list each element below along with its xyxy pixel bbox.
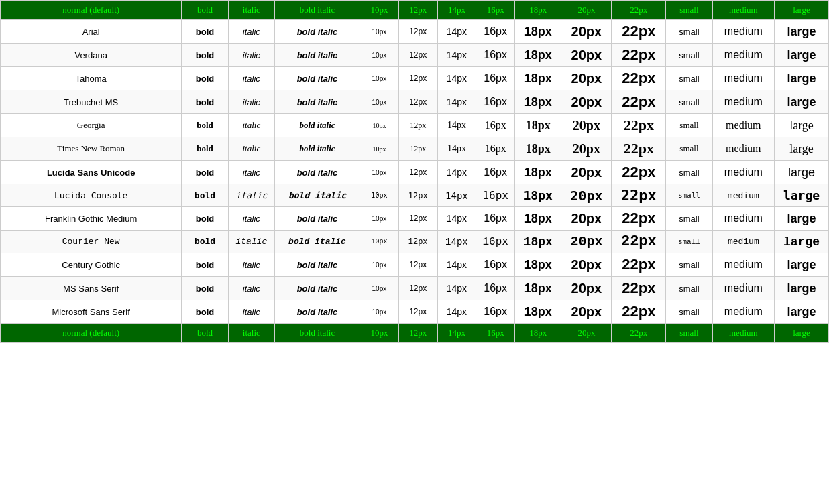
font-14px-cell: 14px: [437, 137, 476, 161]
font-small-cell: small: [666, 300, 712, 324]
font-10px-cell: 10px: [360, 184, 399, 207]
header-10px: 10px: [360, 1, 399, 20]
font-14px-cell: 14px: [437, 231, 476, 253]
table-header: normal (default) bold italic bold italic…: [1, 1, 829, 20]
font-10px-cell: 10px: [360, 44, 399, 67]
font-italic-cell: italic: [228, 44, 274, 67]
font-14px-cell: 14px: [437, 161, 476, 184]
header-medium: medium: [712, 1, 774, 20]
font-10px-cell: 10px: [360, 300, 399, 324]
font-name-cell: Trebuchet MS: [1, 90, 182, 114]
font-italic-cell: italic: [228, 137, 274, 161]
font-18px-cell: 18px: [515, 114, 561, 137]
font-medium-cell: medium: [712, 161, 774, 184]
font-12px-cell: 12px: [398, 184, 437, 207]
footer-bolditalic: bold italic: [274, 324, 360, 343]
footer-12px: 12px: [398, 324, 437, 343]
footer-10px: 10px: [360, 324, 399, 343]
font-name-cell: Century Gothic: [1, 253, 182, 277]
font-large-cell: large: [775, 20, 829, 44]
footer-italic: italic: [228, 324, 274, 343]
font-22px-cell: 22px: [612, 161, 666, 184]
font-12px-cell: 12px: [398, 44, 437, 67]
font-12px-cell: 12px: [398, 20, 437, 44]
table-footer: normal (default) bold italic bold italic…: [1, 324, 829, 343]
font-medium-cell: medium: [712, 90, 774, 114]
font-bold-cell: bold: [182, 161, 228, 184]
font-name-cell: Georgia: [1, 114, 182, 137]
font-10px-cell: 10px: [360, 161, 399, 184]
font-20px-cell: 20px: [561, 137, 612, 161]
font-italic-cell: italic: [228, 67, 274, 90]
table-row: Times New Roman bold italic bold italic …: [1, 137, 829, 161]
font-20px-cell: 20px: [561, 90, 612, 114]
font-bold-cell: bold: [182, 90, 228, 114]
font-large-cell: large: [775, 161, 829, 184]
font-16px-cell: 16px: [476, 161, 515, 184]
font-20px-cell: 20px: [561, 114, 612, 137]
font-18px-cell: 18px: [515, 184, 561, 207]
table-row: Arial bold italic bold italic 10px 12px …: [1, 20, 829, 44]
font-16px-cell: 16px: [476, 67, 515, 90]
font-large-cell: large: [775, 300, 829, 324]
footer-18px: 18px: [515, 324, 561, 343]
font-bold-cell: bold: [182, 67, 228, 90]
font-small-cell: small: [666, 231, 712, 253]
font-bolditalic-cell: bold italic: [274, 44, 360, 67]
font-18px-cell: 18px: [515, 277, 561, 300]
font-22px-cell: 22px: [612, 114, 666, 137]
font-14px-cell: 14px: [437, 90, 476, 114]
header-large: large: [775, 1, 829, 20]
font-name-cell: Lucida Console: [1, 184, 182, 207]
font-medium-cell: medium: [712, 44, 774, 67]
font-16px-cell: 16px: [476, 253, 515, 277]
font-bolditalic-cell: bold italic: [274, 20, 360, 44]
font-name-cell: Franklin Gothic Medium: [1, 207, 182, 231]
font-10px-cell: 10px: [360, 277, 399, 300]
font-bold-cell: bold: [182, 207, 228, 231]
font-small-cell: small: [666, 67, 712, 90]
font-20px-cell: 20px: [561, 300, 612, 324]
font-22px-cell: 22px: [612, 253, 666, 277]
font-bold-cell: bold: [182, 300, 228, 324]
header-small: small: [666, 1, 712, 20]
font-bolditalic-cell: bold italic: [274, 114, 360, 137]
header-18px: 18px: [515, 1, 561, 20]
header-12px: 12px: [398, 1, 437, 20]
font-small-cell: small: [666, 161, 712, 184]
font-bolditalic-cell: bold italic: [274, 67, 360, 90]
font-22px-cell: 22px: [612, 300, 666, 324]
table-row: Franklin Gothic Medium bold italic bold …: [1, 207, 829, 231]
font-12px-cell: 12px: [398, 114, 437, 137]
font-12px-cell: 12px: [398, 300, 437, 324]
font-medium-cell: medium: [712, 277, 774, 300]
font-10px-cell: 10px: [360, 231, 399, 253]
font-medium-cell: medium: [712, 20, 774, 44]
font-22px-cell: 22px: [612, 20, 666, 44]
font-16px-cell: 16px: [476, 44, 515, 67]
font-20px-cell: 20px: [561, 44, 612, 67]
font-20px-cell: 20px: [561, 231, 612, 253]
font-large-cell: large: [775, 44, 829, 67]
font-18px-cell: 18px: [515, 253, 561, 277]
font-bolditalic-cell: bold italic: [274, 137, 360, 161]
font-20px-cell: 20px: [561, 67, 612, 90]
font-18px-cell: 18px: [515, 90, 561, 114]
table-row: Tahoma bold italic bold italic 10px 12px…: [1, 67, 829, 90]
font-16px-cell: 16px: [476, 300, 515, 324]
font-medium-cell: medium: [712, 184, 774, 207]
font-18px-cell: 18px: [515, 20, 561, 44]
font-large-cell: large: [775, 114, 829, 137]
font-12px-cell: 12px: [398, 207, 437, 231]
font-large-cell: large: [775, 253, 829, 277]
footer-medium: medium: [712, 324, 774, 343]
font-bold-cell: bold: [182, 114, 228, 137]
font-12px-cell: 12px: [398, 90, 437, 114]
font-italic-cell: italic: [228, 184, 274, 207]
font-16px-cell: 16px: [476, 231, 515, 253]
font-small-cell: small: [666, 277, 712, 300]
font-large-cell: large: [775, 184, 829, 207]
font-large-cell: large: [775, 207, 829, 231]
font-medium-cell: medium: [712, 253, 774, 277]
font-14px-cell: 14px: [437, 44, 476, 67]
